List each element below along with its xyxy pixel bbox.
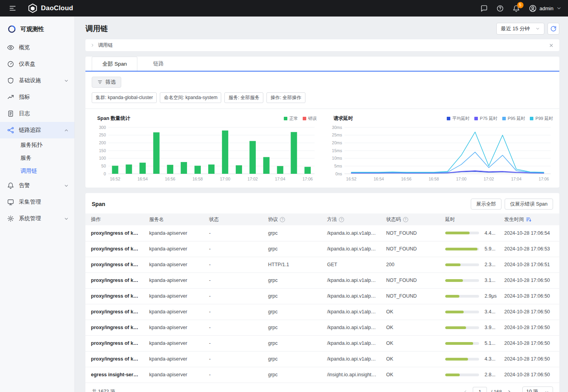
table-row[interactable]: proxy/ingress of kpan...kpanda-apiserver…	[85, 335, 559, 351]
cell-status-code: OK	[381, 335, 440, 351]
filter-button[interactable]: 筛选	[92, 77, 121, 88]
table-row[interactable]: proxy/ingress of kpan...kpanda-apiserver…	[85, 225, 559, 241]
svg-text:17:00: 17:00	[456, 177, 466, 181]
breadcrumb-item[interactable]: 调用链	[98, 42, 113, 49]
sidebar-title-label: 可观测性	[20, 26, 44, 33]
latency-bar	[445, 232, 479, 234]
cell-status-code: OK	[381, 304, 440, 320]
sidebar-item-overview[interactable]: 概览	[0, 39, 74, 56]
table-row[interactable]: proxy/ingress of kpan...kpanda-apiserver…	[85, 257, 559, 272]
table-row[interactable]: proxy/ingress of kpan...kpanda-apiserver…	[85, 304, 559, 320]
help-icon[interactable]: ?	[280, 217, 285, 222]
legend-item[interactable]: P75 延时	[474, 116, 498, 121]
breadcrumb: 调用链	[85, 39, 559, 51]
latency-bar	[445, 263, 479, 266]
legend-item[interactable]: 错误	[303, 116, 317, 121]
cell-operation[interactable]: proxy/ingress of kpan...	[85, 351, 144, 367]
page-size-select[interactable]: 10 项	[522, 386, 553, 392]
sort-icon[interactable]	[526, 217, 531, 222]
cell-operation[interactable]: proxy/ingress of kpan...	[85, 225, 144, 241]
cell-operation[interactable]: proxy/ingress of kpan...	[85, 257, 144, 272]
svg-text:16:58: 16:58	[192, 177, 203, 181]
column-header-7[interactable]: 发生时间	[499, 213, 559, 225]
help-icon[interactable]: ?	[339, 217, 344, 222]
filter-tags: 集群: kpanda-global-cluster命名空间: kpanda-sy…	[92, 92, 553, 103]
menu-toggle-icon[interactable]	[6, 2, 19, 15]
sidebar-item-system[interactable]: 系统管理	[0, 210, 74, 227]
cell-time: 2024-10-28 17:06:50	[499, 320, 559, 335]
help-icon[interactable]	[494, 2, 506, 15]
cell-operation[interactable]: proxy/ingress of kpan...	[85, 288, 144, 304]
notification-badge: 5	[517, 2, 524, 8]
sidebar-item-service-topology[interactable]: 服务拓扑	[0, 138, 74, 151]
svg-text:17:02: 17:02	[248, 177, 258, 181]
page-number-input[interactable]	[473, 387, 487, 392]
cell-time: 2024-10-28 17:06:51	[499, 257, 559, 272]
cell-service-name: kpanda-apiserver	[144, 241, 204, 257]
chat-icon[interactable]	[478, 2, 490, 15]
sidebar-item-metrics[interactable]: 指标	[0, 89, 74, 105]
cell-status-code: OK	[381, 320, 440, 335]
sidebar-item-infrastructure[interactable]: 基础设施	[0, 72, 74, 89]
legend-item[interactable]: P95 延时	[502, 116, 525, 121]
svg-text:30ms: 30ms	[332, 125, 342, 130]
sidebar-item-call-chain[interactable]: 调用链	[0, 164, 74, 177]
brand-logo[interactable]: DaoCloud	[28, 3, 73, 13]
latency-bar	[445, 326, 479, 329]
sidebar-item-dashboard[interactable]: 仪表盘	[0, 56, 74, 72]
nav-label: 概览	[19, 44, 69, 51]
daocloud-logo-icon	[28, 3, 38, 13]
table-row[interactable]: proxy/ingress of kpan...kpanda-apiserver…	[85, 288, 559, 304]
sidebar-item-collection[interactable]: 采集管理	[0, 194, 74, 210]
show-errors-only-button[interactable]: 仅展示错误 Span	[505, 199, 553, 210]
cell-latency: 4.3...	[440, 351, 499, 367]
cell-latency: 5.9...	[440, 241, 499, 257]
cell-operation[interactable]: egress insight-server.i...	[85, 367, 144, 383]
cell-status: -	[204, 320, 263, 335]
cell-operation[interactable]: proxy/ingress of kpan...	[85, 272, 144, 288]
cell-operation[interactable]: proxy/ingress of kpan...	[85, 335, 144, 351]
legend-item[interactable]: 正常	[284, 116, 298, 121]
filter-tag[interactable]: 集群: kpanda-global-cluster	[92, 92, 157, 103]
show-all-button[interactable]: 展示全部	[471, 199, 501, 210]
sidebar: 可观测性 概览 仪表盘 基础设施 指标	[0, 17, 75, 392]
tab-trace[interactable]: 链路	[143, 57, 174, 71]
table-row[interactable]: egress insight-server.i...kpanda-apiserv…	[85, 367, 559, 383]
sidebar-item-logs[interactable]: 日志	[0, 105, 74, 122]
table-row[interactable]: proxy/ingress of kpan...kpanda-apiserver…	[85, 351, 559, 367]
table-row[interactable]: proxy/ingress of kpan...kpanda-apiserver…	[85, 272, 559, 288]
svg-text:300: 300	[99, 125, 106, 130]
filter-tag[interactable]: 操作: 全部操作	[266, 92, 305, 103]
prev-page-icon[interactable]	[462, 388, 469, 392]
next-page-icon[interactable]	[506, 388, 513, 392]
help-icon[interactable]: ?	[403, 217, 408, 222]
charts-row: Span 数量统计 正常错误 30025020015010050016:5216…	[85, 109, 559, 188]
time-range-select[interactable]: 最近 15 分钟	[496, 23, 544, 35]
main-content: 调用链 最近 15 分钟 调用链 全部 Span链路	[75, 17, 568, 392]
cell-time: 2024-10-28 17:06:50	[499, 304, 559, 320]
latency-bar	[445, 374, 479, 376]
cell-operation[interactable]: proxy/ingress of kpan...	[85, 304, 144, 320]
sidebar-item-alerts[interactable]: 告警	[0, 177, 74, 194]
column-header-3: 协议?	[263, 213, 322, 225]
cell-operation[interactable]: proxy/ingress of kpan...	[85, 320, 144, 335]
sidebar-item-services[interactable]: 服务	[0, 151, 74, 164]
sidebar-item-tracing[interactable]: 链路追踪	[0, 122, 74, 138]
chart-title: Span 数量统计	[97, 115, 130, 122]
refresh-icon[interactable]	[548, 23, 559, 35]
user-menu[interactable]: admin	[529, 4, 562, 13]
close-icon[interactable]	[548, 42, 555, 49]
cell-operation[interactable]: proxy/ingress of kpan...	[85, 241, 144, 257]
chevron-right-icon	[90, 43, 95, 48]
table-row[interactable]: proxy/ingress of kpan...kpanda-apiserver…	[85, 241, 559, 257]
span-table-card: Span 展示全部 仅展示错误 Span 操作服务名状态协议?方法?状态码?延时…	[85, 193, 559, 392]
notifications-icon[interactable]: 5	[510, 2, 522, 15]
app-root: DaoCloud 5 admin	[0, 0, 568, 392]
legend-item[interactable]: 平均延时	[447, 116, 470, 121]
tab-all-span[interactable]: 全部 Span	[92, 57, 137, 71]
span-table-header: Span 展示全部 仅展示错误 Span	[85, 193, 559, 213]
table-row[interactable]: proxy/ingress of kpan...kpanda-apiserver…	[85, 320, 559, 335]
filter-tag[interactable]: 命名空间: kpanda-system	[160, 92, 221, 103]
legend-item[interactable]: P99 延时	[530, 116, 553, 121]
filter-tag[interactable]: 服务: 全部服务	[224, 92, 263, 103]
